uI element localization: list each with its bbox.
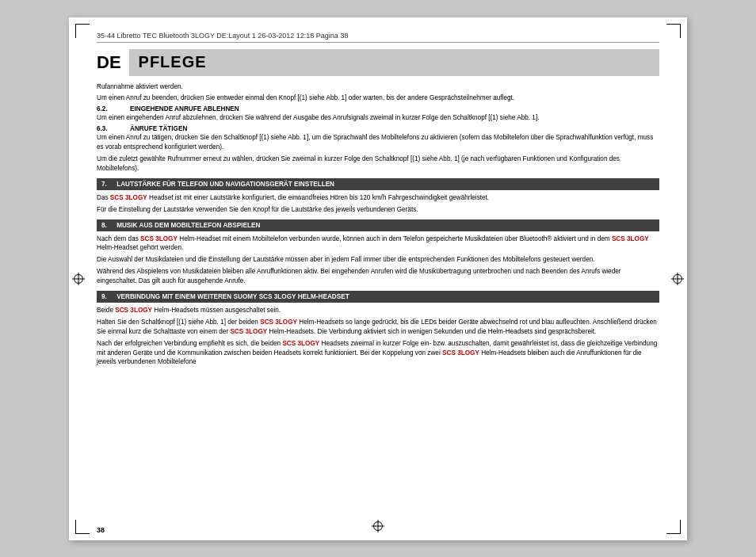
- section-9-header: 9. VERBINDUNG MIT EINEM WEITEREN SUOMY S…: [97, 291, 659, 303]
- section-8-title: MUSIK AUS DEM MOBILTELEFON ABSPIELEN: [116, 222, 260, 229]
- scs-3logy-ref-9-2: SCS 3LOGY: [260, 319, 297, 326]
- section-9-body2: Halten Sie den Schaltknopf [(1) siehe Ab…: [97, 318, 659, 337]
- de-label: DE: [97, 49, 129, 76]
- section-9-number: 9.: [101, 293, 107, 300]
- reg-mark-right: [671, 273, 684, 285]
- scs-3logy-ref-8-1: SCS 3LOGY: [140, 235, 178, 242]
- section-6-2-number: 6.2.: [97, 105, 114, 113]
- section-6-3: 6.3. ÄNRUFE TÄTIGEN Um einen Anruf zu tä…: [97, 125, 659, 174]
- section-6-3-number: 6.3.: [97, 125, 114, 132]
- section-7-title: LAUTSTÄRKE FÜR TELEFON UND NAVIGATIONSGE…: [116, 181, 334, 188]
- section-6-3-title: ÄNRUFE TÄTIGEN: [130, 125, 187, 132]
- corner-mark-tl: [75, 24, 90, 38]
- section-6-3-body2: Um die zuletzt gewählte Rufnummer erneut…: [97, 155, 659, 174]
- section-7-body2: Für die Einstellung der Lautstärke verwe…: [97, 205, 659, 215]
- section-8-body3: Während des Abspielens von Musikdateien …: [97, 267, 659, 286]
- section-title-bar: DE PFLEGE: [97, 49, 659, 76]
- reg-mark-left: [72, 273, 85, 285]
- call-end-text: Um einen Anruf zu beenden, drücken Sie e…: [97, 93, 659, 103]
- section-7-number: 7.: [101, 181, 107, 188]
- header-text: 35-44 Libretto TEC Bluetooth 3LOGY DE:La…: [97, 32, 348, 40]
- corner-mark-br: [666, 520, 681, 534]
- page-header: 35-44 Libretto TEC Bluetooth 3LOGY DE:La…: [97, 32, 659, 43]
- section-9-body3: Nach der erfolgreichen Verbindung empfie…: [97, 339, 659, 368]
- main-content: DE PFLEGE Rufannahme aktiviert werden. U…: [97, 49, 659, 509]
- scs-3logy-ref-9-1: SCS 3LOGY: [115, 307, 152, 314]
- section-7-body1: Das SCS 3LOGY Headset ist mit einer Laut…: [97, 193, 659, 203]
- section-6-2: 6.2. EINGEHENDE ANRUFE ABLEHNEN Um einen…: [97, 105, 659, 123]
- scs-3logy-ref-9-4: SCS 3LOGY: [282, 340, 319, 347]
- scs-3logy-ref-9-5: SCS 3LOGY: [442, 349, 479, 357]
- section-6-3-header: 6.3. ÄNRUFE TÄTIGEN: [97, 125, 659, 132]
- pflege-title: PFLEGE: [139, 53, 207, 71]
- section-6-3-body1: Um einen Anruf zu tätigen, drücken Sie d…: [97, 133, 659, 152]
- corner-mark-bl: [75, 520, 90, 534]
- section-9-title: VERBINDUNG MIT EINEM WEITEREN SUOMY SCS …: [116, 293, 349, 300]
- section-8-body2: Die Auswahl der Musikdateien und die Ein…: [97, 255, 659, 265]
- scs-3logy-ref-8-2: SCS 3LOGY: [612, 235, 649, 242]
- section-6-2-title: EINGEHENDE ANRUFE ABLEHNEN: [130, 105, 239, 113]
- scs-3logy-ref-7-1: SCS 3LOGY: [110, 194, 147, 201]
- section-8-header: 8. MUSIK AUS DEM MOBILTELEFON ABSPIELEN: [97, 219, 659, 231]
- pflege-bar: PFLEGE: [129, 49, 659, 76]
- intro-text: Rufannahme aktiviert werden.: [97, 82, 659, 92]
- section-9-body1: Beide SCS 3LOGY Helm-Headsets müssen aus…: [97, 306, 659, 315]
- section-6-2-header: 6.2. EINGEHENDE ANRUFE ABLEHNEN: [97, 105, 659, 113]
- section-7-header: 7. LAUTSTÄRKE FÜR TELEFON UND NAVIGATION…: [97, 178, 659, 190]
- page-container: 35-44 Libretto TEC Bluetooth 3LOGY DE:La…: [69, 17, 687, 540]
- scs-3logy-ref-9-3: SCS 3LOGY: [230, 328, 267, 335]
- section-6-2-body: Um einen eingehenden Anruf abzulehnen, d…: [97, 113, 659, 123]
- section-8-number: 8.: [101, 222, 107, 229]
- section-8-body1: Nach dem das SCS 3LOGY Helm-Headset mit …: [97, 235, 659, 254]
- page-number: 38: [97, 526, 105, 534]
- corner-mark-tr: [666, 24, 681, 38]
- reg-mark-bottom: [372, 520, 384, 532]
